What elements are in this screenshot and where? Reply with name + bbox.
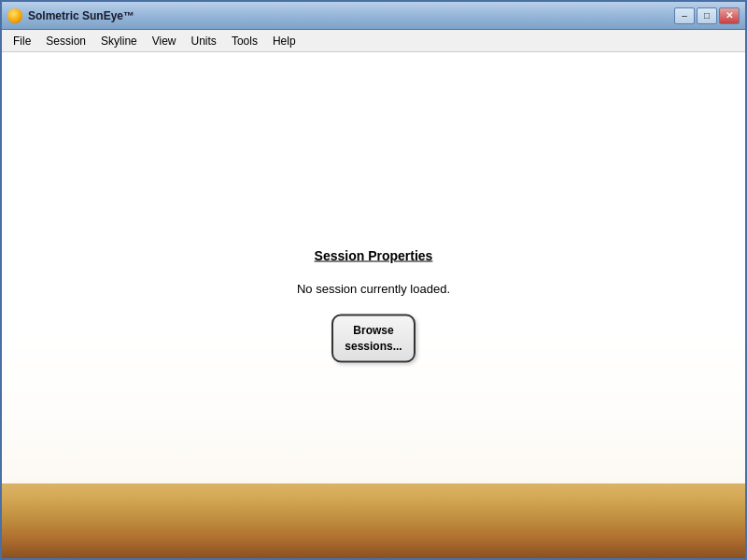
session-status-text: No session currently loaded. xyxy=(297,282,450,296)
session-content: Session Properties No session currently … xyxy=(297,248,450,363)
title-bar-left: Solmetric SunEye™ xyxy=(7,8,134,23)
main-window: Solmetric SunEye™ – □ ✕ File Session Sky… xyxy=(0,0,747,560)
menu-tools[interactable]: Tools xyxy=(224,33,265,49)
window-title: Solmetric SunEye™ xyxy=(28,9,134,22)
browse-sessions-button[interactable]: Browse sessions... xyxy=(331,315,416,363)
minimize-button[interactable]: – xyxy=(674,7,695,24)
title-bar: Solmetric SunEye™ – □ ✕ xyxy=(2,2,745,30)
menu-file[interactable]: File xyxy=(6,33,38,49)
session-properties-title: Session Properties xyxy=(315,248,433,263)
app-icon xyxy=(7,8,22,23)
menu-units[interactable]: Units xyxy=(184,33,224,49)
window-controls: – □ ✕ xyxy=(674,7,740,24)
menu-bar: File Session Skyline View Units Tools He… xyxy=(2,30,745,52)
maximize-button[interactable]: □ xyxy=(697,7,717,24)
main-content: Session Properties No session currently … xyxy=(2,52,745,558)
menu-view[interactable]: View xyxy=(145,33,184,49)
menu-skyline[interactable]: Skyline xyxy=(93,33,145,49)
menu-session[interactable]: Session xyxy=(38,33,93,49)
menu-help[interactable]: Help xyxy=(265,33,303,49)
close-button[interactable]: ✕ xyxy=(719,7,740,24)
